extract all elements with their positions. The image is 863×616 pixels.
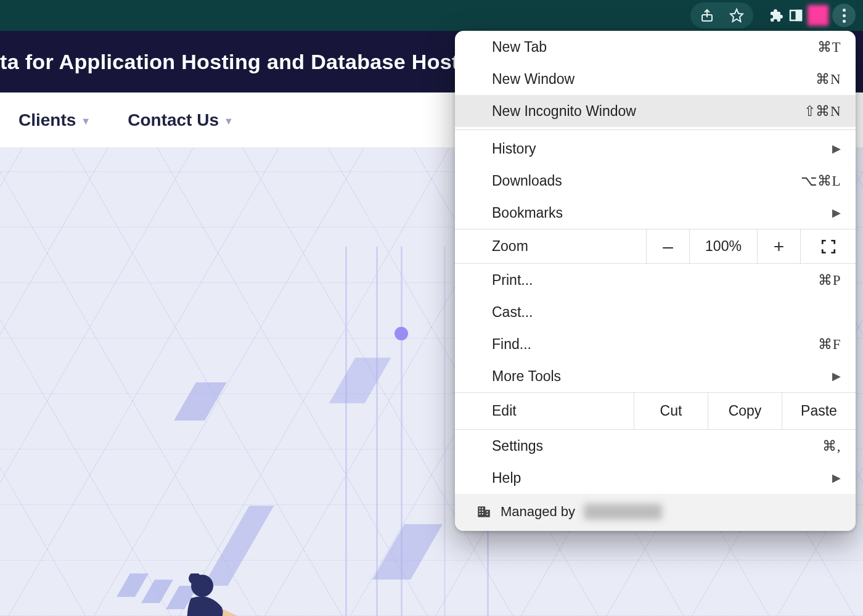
edit-copy-button[interactable]: Copy — [708, 393, 782, 429]
svg-rect-14 — [482, 508, 483, 509]
fullscreen-button[interactable] — [800, 229, 856, 263]
menu-print[interactable]: Print... ⌘P — [455, 264, 856, 296]
svg-rect-12 — [485, 510, 490, 517]
menu-shortcut: ⌘N — [816, 71, 841, 88]
managed-org-name: redacted text — [584, 504, 662, 520]
menu-cast[interactable]: Cast... — [455, 296, 856, 328]
menu-shortcut: ⌘T — [817, 39, 841, 55]
menu-managed-by[interactable]: Managed by redacted text — [455, 494, 856, 531]
menu-find[interactable]: Find... ⌘F — [455, 328, 856, 360]
chrome-menu-button[interactable] — [832, 4, 856, 27]
menu-separator — [455, 129, 856, 130]
star-icon[interactable] — [729, 7, 745, 23]
menu-label: Bookmarks — [492, 205, 563, 221]
browser-toolbar — [0, 0, 863, 31]
svg-rect-20 — [486, 514, 488, 515]
chevron-down-icon: ▼ — [81, 116, 91, 127]
profile-avatar[interactable] — [808, 5, 828, 26]
nav-contact-label: Contact Us — [128, 110, 219, 130]
share-icon[interactable] — [699, 7, 715, 23]
puzzle-icon[interactable] — [768, 7, 784, 23]
zoom-in-button[interactable]: + — [757, 229, 800, 263]
menu-new-tab[interactable]: New Tab ⌘T — [455, 31, 856, 63]
panel-icon[interactable] — [788, 7, 804, 23]
menu-label: History — [492, 141, 536, 157]
chevron-down-icon: ▼ — [224, 116, 234, 127]
menu-label: Help — [492, 470, 521, 487]
menu-label: Settings — [492, 438, 543, 454]
chevron-right-icon: ▶ — [832, 142, 841, 155]
menu-shortcut: ⌘F — [818, 336, 841, 353]
menu-shortcut: ⇧⌘N — [804, 103, 841, 120]
menu-label: Downloads — [492, 173, 562, 189]
menu-help[interactable]: Help ▶ — [455, 462, 856, 494]
zoom-label: Zoom — [455, 229, 646, 263]
svg-rect-18 — [482, 513, 483, 514]
organization-icon — [476, 504, 492, 520]
svg-rect-16 — [482, 511, 483, 512]
svg-rect-4 — [796, 10, 801, 20]
managed-prefix: Managed by — [501, 504, 575, 520]
edit-cut-button[interactable]: Cut — [634, 393, 708, 429]
menu-label: New Tab — [492, 39, 547, 55]
menu-label: New Incognito Window — [492, 103, 636, 120]
chrome-menu: New Tab ⌘T New Window ⌘N New Incognito W… — [455, 31, 856, 531]
banner-title: ta for Application Hosting and Database … — [0, 50, 491, 74]
svg-rect-17 — [479, 513, 480, 514]
menu-label: Print... — [492, 272, 533, 289]
menu-more-tools[interactable]: More Tools ▶ — [455, 360, 856, 392]
menu-label: Find... — [492, 336, 531, 353]
menu-settings[interactable]: Settings ⌘, — [455, 430, 856, 462]
menu-label: More Tools — [492, 368, 561, 385]
svg-rect-11 — [478, 506, 485, 517]
zoom-value: 100% — [689, 229, 757, 263]
menu-new-incognito[interactable]: New Incognito Window ⇧⌘N — [455, 95, 856, 127]
chevron-right-icon: ▶ — [832, 471, 841, 485]
chevron-right-icon: ▶ — [832, 369, 841, 383]
svg-rect-13 — [479, 508, 480, 509]
menu-shortcut: ⌘P — [818, 272, 841, 289]
edit-label: Edit — [455, 393, 634, 429]
zoom-out-button[interactable]: – — [646, 229, 689, 263]
menu-label: New Window — [492, 71, 575, 88]
menu-history[interactable]: History ▶ — [455, 133, 856, 165]
menu-shortcut: ⌘, — [822, 438, 841, 454]
svg-marker-1 — [730, 9, 743, 22]
menu-shortcut: ⌥⌘L — [801, 173, 841, 189]
svg-rect-15 — [479, 511, 480, 512]
menu-bookmarks[interactable]: Bookmarks ▶ — [455, 197, 856, 229]
edit-paste-button[interactable]: Paste — [782, 393, 856, 429]
chevron-right-icon: ▶ — [832, 206, 841, 220]
menu-zoom: Zoom – 100% + — [455, 229, 856, 264]
nav-clients[interactable]: Clients ▼ — [18, 110, 91, 130]
nav-contact[interactable]: Contact Us ▼ — [128, 110, 234, 130]
svg-rect-19 — [486, 511, 488, 512]
menu-edit: Edit Cut Copy Paste — [455, 392, 856, 430]
menu-new-window[interactable]: New Window ⌘N — [455, 63, 856, 95]
menu-label: Cast... — [492, 304, 533, 321]
illustration-person — [173, 573, 247, 616]
menu-downloads[interactable]: Downloads ⌥⌘L — [455, 165, 856, 197]
nav-clients-label: Clients — [18, 110, 76, 130]
omnibox-actions — [690, 2, 753, 28]
